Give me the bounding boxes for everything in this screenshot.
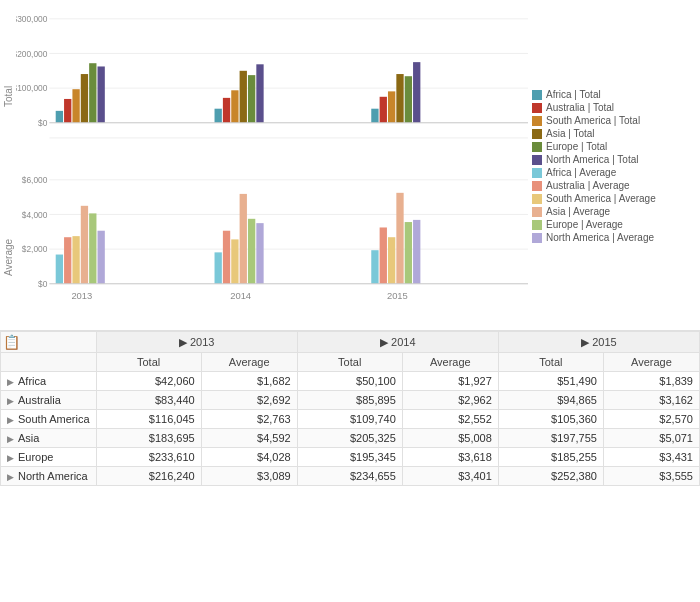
svg-rect-16 [223,98,230,123]
expand-icon[interactable]: ▶ [7,377,14,387]
svg-rect-15 [215,109,222,123]
avg-y-label: Average [0,169,16,326]
total-2014-cell: $195,345 [297,448,402,467]
total-chart-svg: $300,000 $200,000 $100,000 $0 [16,8,528,165]
legend-item-1: Australia | Total [532,102,696,113]
expand-icon[interactable]: ▶ [7,472,14,482]
region-cell[interactable]: ▶North America [1,467,97,486]
legend-swatch-9 [532,207,542,217]
avg-2013-cell: $4,592 [201,429,297,448]
svg-rect-37 [64,237,71,284]
copy-icon[interactable]: 📋 [3,334,20,350]
expand-icon[interactable]: ▶ [7,434,14,444]
total-2015-cell: $105,360 [498,410,603,429]
svg-rect-49 [380,227,387,283]
avg-2015-cell: $3,555 [603,467,699,486]
col-avg-2015: Average [603,353,699,372]
svg-text:2015: 2015 [387,290,408,301]
svg-rect-10 [64,99,71,123]
legend-label-7: Australia | Average [546,180,630,191]
legend-swatch-4 [532,142,542,152]
legend-label-8: South America | Average [546,193,656,204]
legend-label-3: Asia | Total [546,128,595,139]
legend-swatch-1 [532,103,542,113]
col-avg-2014: Average [402,353,498,372]
avg-2014-cell: $3,401 [402,467,498,486]
svg-rect-46 [248,219,255,284]
svg-rect-44 [231,239,238,283]
avg-2013-cell: $1,682 [201,372,297,391]
svg-text:$0: $0 [38,118,48,128]
legend-swatch-6 [532,168,542,178]
total-2013-cell: $183,695 [96,429,201,448]
legend-swatch-8 [532,194,542,204]
year-2014-header[interactable]: ▶ 2014 [297,332,498,353]
svg-text:2014: 2014 [230,290,252,301]
legend-label-4: Europe | Total [546,141,607,152]
table-row: ▶North America $216,240 $3,089 $234,655 … [1,467,700,486]
svg-rect-42 [215,252,222,283]
svg-text:$100,000: $100,000 [16,83,48,93]
legend-swatch-3 [532,129,542,139]
legend-item-3: Asia | Total [532,128,696,139]
legend-swatch-5 [532,155,542,165]
svg-rect-21 [371,109,378,123]
table-row: ▶Africa $42,060 $1,682 $50,100 $1,927 $5… [1,372,700,391]
year-2013-header[interactable]: ▶ 2013 [96,332,297,353]
svg-rect-40 [89,213,96,283]
svg-rect-17 [231,90,238,122]
svg-text:$200,000: $200,000 [16,49,48,59]
col-avg-2013: Average [201,353,297,372]
total-2014-cell: $50,100 [297,372,402,391]
svg-rect-9 [56,111,63,123]
region-cell[interactable]: ▶Australia [1,391,97,410]
avg-chart-wrapper: Average $6,000 $4,000 $2,000 $0 [0,169,528,326]
svg-rect-38 [72,236,79,284]
total-2015-cell: $252,380 [498,467,603,486]
svg-rect-22 [380,97,387,123]
total-2014-cell: $234,655 [297,467,402,486]
table-icon-header: 📋 [1,332,97,353]
total-2015-cell: $51,490 [498,372,603,391]
table-area: 📋 ▶ 2013 ▶ 2014 ▶ 2015 Total Average Tot… [0,330,700,602]
svg-rect-23 [388,91,395,122]
legend-item-4: Europe | Total [532,141,696,152]
legend-label-9: Asia | Average [546,206,610,217]
total-2013-cell: $233,610 [96,448,201,467]
avg-2015-cell: $3,162 [603,391,699,410]
legend-label-1: Australia | Total [546,102,614,113]
total-2015-cell: $197,755 [498,429,603,448]
region-cell[interactable]: ▶Africa [1,372,97,391]
region-cell[interactable]: ▶South America [1,410,97,429]
svg-rect-47 [256,223,263,284]
legend-label-11: North America | Average [546,232,654,243]
expand-icon[interactable]: ▶ [7,396,14,406]
avg-2014-cell: $1,927 [402,372,498,391]
expand-icon[interactable]: ▶ [7,415,14,425]
total-2014-cell: $109,740 [297,410,402,429]
avg-2013-cell: $2,692 [201,391,297,410]
total-2015-cell: $94,865 [498,391,603,410]
svg-rect-26 [413,62,420,123]
svg-rect-39 [81,206,88,284]
svg-rect-48 [371,250,378,284]
total-2013-cell: $216,240 [96,467,201,486]
avg-2013-cell: $3,089 [201,467,297,486]
svg-rect-43 [223,231,230,284]
region-cell[interactable]: ▶Asia [1,429,97,448]
svg-rect-12 [81,74,88,123]
legend-item-8: South America | Average [532,193,696,204]
avg-2014-cell: $2,552 [402,410,498,429]
col-total-2014: Total [297,353,402,372]
year-2015-header[interactable]: ▶ 2015 [498,332,699,353]
expand-icon[interactable]: ▶ [7,453,14,463]
charts-left: Total $300,000 $200,000 $100,000 $0 [0,8,528,326]
col-total-2013: Total [96,353,201,372]
svg-rect-19 [248,75,255,123]
svg-text:$300,000: $300,000 [16,14,48,24]
col-total-2015: Total [498,353,603,372]
svg-rect-45 [240,194,247,284]
svg-rect-53 [413,220,420,284]
avg-2015-cell: $5,071 [603,429,699,448]
region-cell[interactable]: ▶Europe [1,448,97,467]
